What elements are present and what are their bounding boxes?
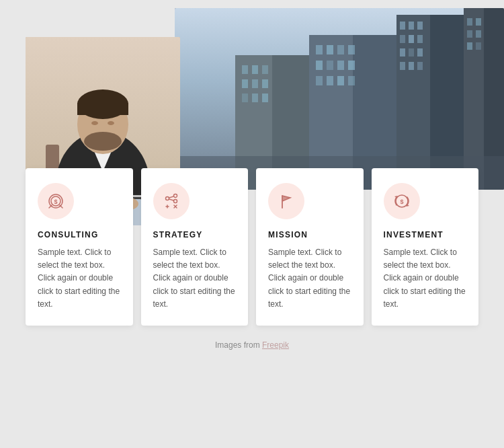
svg-rect-17 <box>316 45 323 54</box>
mission-card[interactable]: MISSION Sample text. Click to select the… <box>256 168 364 326</box>
svg-rect-44 <box>467 30 472 38</box>
footer: Images from Freepik <box>0 340 504 350</box>
svg-rect-6 <box>400 35 405 43</box>
svg-point-71 <box>165 197 169 200</box>
svg-rect-9 <box>400 48 405 57</box>
svg-rect-26 <box>327 76 333 85</box>
svg-rect-34 <box>242 79 248 88</box>
mission-title: MISSION <box>268 230 351 239</box>
mission-icon-wrapper <box>268 183 304 219</box>
cards-section: $ CONSULTING Sample text. Click to selec… <box>0 168 504 326</box>
svg-rect-31 <box>242 65 248 74</box>
strategy-icon-wrapper <box>153 183 190 219</box>
svg-line-72 <box>169 196 173 198</box>
svg-rect-47 <box>476 42 481 50</box>
consulting-title: CONSULTING <box>38 230 121 239</box>
freepik-link[interactable]: Freepik <box>262 340 289 350</box>
svg-rect-32 <box>252 65 258 74</box>
svg-rect-24 <box>348 61 355 70</box>
svg-rect-33 <box>262 65 268 74</box>
svg-rect-37 <box>242 94 248 102</box>
svg-rect-46 <box>467 42 472 50</box>
svg-rect-42 <box>467 18 472 26</box>
strategy-text: Sample text. Click to select the text bo… <box>153 246 237 311</box>
svg-rect-10 <box>409 48 414 57</box>
mission-text: Sample text. Click to select the text bo… <box>268 246 351 311</box>
svg-rect-22 <box>327 61 333 70</box>
strategy-title: STRATEGY <box>153 230 237 239</box>
svg-rect-39 <box>262 94 268 102</box>
svg-point-69 <box>173 194 177 198</box>
svg-rect-14 <box>417 62 423 70</box>
svg-rect-12 <box>400 62 405 70</box>
investment-icon-wrapper: $ <box>384 183 420 219</box>
consulting-icon: $ <box>46 192 65 211</box>
investment-text: Sample text. Click to select the text bo… <box>384 246 467 311</box>
investment-card[interactable]: $ INVESTMENT Sample text. Click to selec… <box>372 168 479 326</box>
svg-rect-55 <box>77 103 128 115</box>
svg-line-73 <box>169 199 173 200</box>
svg-rect-3 <box>400 22 405 30</box>
svg-rect-7 <box>409 35 414 43</box>
mission-icon <box>277 192 296 211</box>
consulting-icon-wrapper: $ <box>38 183 74 219</box>
svg-point-56 <box>91 121 98 125</box>
svg-rect-35 <box>252 79 258 88</box>
consulting-card[interactable]: $ CONSULTING Sample text. Click to selec… <box>26 168 133 326</box>
city-image <box>175 8 504 190</box>
svg-rect-36 <box>262 79 268 88</box>
svg-rect-21 <box>316 61 323 70</box>
svg-point-58 <box>84 132 122 151</box>
svg-rect-11 <box>417 48 423 57</box>
svg-rect-28 <box>348 76 355 85</box>
svg-rect-18 <box>327 45 333 54</box>
svg-rect-13 <box>409 62 414 70</box>
svg-rect-20 <box>348 45 355 54</box>
footer-text: Images from <box>215 340 262 350</box>
page-wrapper: $ CONSULTING Sample text. Click to selec… <box>0 0 504 363</box>
svg-rect-27 <box>337 76 344 85</box>
svg-rect-25 <box>316 76 323 85</box>
strategy-icon <box>162 192 181 211</box>
svg-point-70 <box>173 200 177 203</box>
svg-rect-5 <box>417 22 423 30</box>
investment-icon: $ <box>392 192 411 211</box>
svg-rect-8 <box>417 35 423 43</box>
strategy-card[interactable]: STRATEGY Sample text. Click to select th… <box>141 168 249 326</box>
investment-title: INVESTMENT <box>384 230 467 239</box>
svg-rect-23 <box>337 61 344 70</box>
svg-rect-19 <box>337 45 344 54</box>
svg-point-57 <box>108 121 114 125</box>
svg-text:$: $ <box>400 198 403 205</box>
svg-rect-4 <box>409 22 414 30</box>
consulting-text: Sample text. Click to select the text bo… <box>38 246 121 311</box>
svg-rect-45 <box>476 30 481 38</box>
svg-rect-43 <box>476 18 481 26</box>
svg-text:$: $ <box>54 198 57 205</box>
svg-rect-38 <box>252 94 258 102</box>
